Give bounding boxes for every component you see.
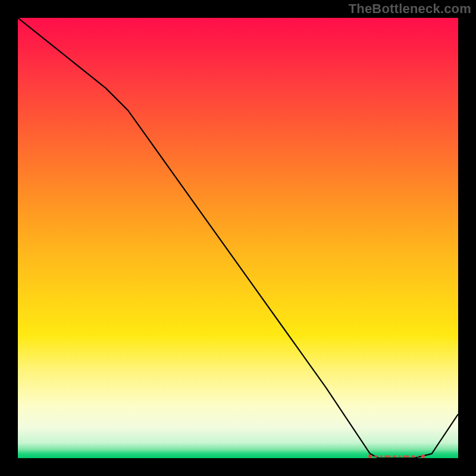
bottleneck-curve-line — [18, 18, 458, 458]
bottleneck-curve-svg — [18, 18, 458, 458]
min-marker-dot — [368, 455, 372, 458]
watermark-text: TheBottleneck.com — [349, 1, 471, 17]
min-marker-dot — [421, 455, 425, 458]
chart-frame: TheBottleneck.com — [0, 0, 476, 476]
plot-area — [18, 18, 458, 458]
